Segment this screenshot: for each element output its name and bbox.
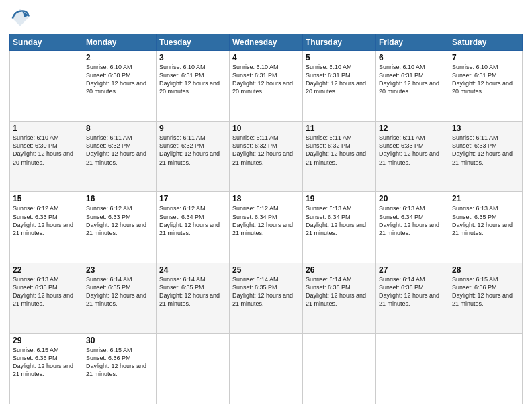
day-number: 20 [379, 194, 446, 203]
day-number: 30 [86, 336, 153, 345]
calendar-week-row: 1Sunrise: 6:10 AMSunset: 6:30 PMDaylight… [10, 122, 523, 192]
day-number: 17 [159, 194, 226, 203]
calendar-cell: 21Sunrise: 6:13 AMSunset: 6:35 PMDayligh… [449, 192, 523, 263]
day-number: 15 [13, 194, 80, 203]
calendar-cell: 15Sunrise: 6:12 AMSunset: 6:33 PMDayligh… [10, 192, 83, 263]
calendar-cell: 9Sunrise: 6:11 AMSunset: 6:32 PMDaylight… [157, 122, 230, 192]
calendar-table: SundayMondayTuesdayWednesdayThursdayFrid… [9, 34, 523, 404]
calendar-cell: 27Sunrise: 6:14 AMSunset: 6:36 PMDayligh… [376, 263, 449, 333]
calendar-cell: 8Sunrise: 6:11 AMSunset: 6:32 PMDaylight… [83, 122, 157, 192]
day-detail: Sunrise: 6:15 AMSunset: 6:36 PMDaylight:… [13, 346, 80, 379]
day-detail: Sunrise: 6:12 AMSunset: 6:33 PMDaylight:… [86, 204, 153, 237]
day-detail: Sunrise: 6:10 AMSunset: 6:30 PMDaylight:… [13, 134, 80, 167]
calendar-cell: 10Sunrise: 6:11 AMSunset: 6:32 PMDayligh… [230, 122, 303, 192]
calendar-cell [230, 333, 303, 404]
calendar-cell [10, 51, 83, 122]
day-number: 5 [306, 53, 373, 62]
day-detail: Sunrise: 6:11 AMSunset: 6:32 PMDaylight:… [232, 134, 300, 167]
day-detail: Sunrise: 6:11 AMSunset: 6:32 PMDaylight:… [86, 134, 153, 167]
calendar-cell: 11Sunrise: 6:11 AMSunset: 6:32 PMDayligh… [303, 122, 376, 192]
day-detail: Sunrise: 6:13 AMSunset: 6:34 PMDaylight:… [379, 204, 446, 237]
day-number: 13 [452, 124, 519, 133]
day-number: 22 [13, 265, 80, 275]
header-day-saturday: Saturday [449, 34, 523, 51]
page: SundayMondayTuesdayWednesdayThursdayFrid… [0, 0, 532, 411]
day-detail: Sunrise: 6:11 AMSunset: 6:32 PMDaylight:… [306, 134, 373, 167]
header [9, 7, 523, 28]
day-number: 1 [13, 124, 80, 133]
day-number: 19 [306, 194, 373, 203]
generalblue-logo-icon [9, 7, 31, 28]
day-number: 23 [86, 265, 153, 275]
calendar-cell [376, 333, 449, 404]
day-number: 26 [306, 265, 373, 275]
day-number: 28 [452, 265, 519, 275]
day-detail: Sunrise: 6:12 AMSunset: 6:33 PMDaylight:… [13, 204, 80, 237]
calendar-cell: 3Sunrise: 6:10 AMSunset: 6:31 PMDaylight… [157, 51, 230, 122]
day-detail: Sunrise: 6:10 AMSunset: 6:31 PMDaylight:… [379, 63, 446, 96]
day-detail: Sunrise: 6:12 AMSunset: 6:34 PMDaylight:… [159, 204, 226, 237]
day-detail: Sunrise: 6:10 AMSunset: 6:31 PMDaylight:… [232, 63, 300, 96]
day-detail: Sunrise: 6:14 AMSunset: 6:35 PMDaylight:… [86, 275, 153, 308]
calendar-cell: 23Sunrise: 6:14 AMSunset: 6:35 PMDayligh… [83, 263, 157, 333]
day-number: 29 [13, 336, 80, 345]
header-day-wednesday: Wednesday [230, 34, 303, 51]
day-number: 11 [306, 124, 373, 133]
day-detail: Sunrise: 6:10 AMSunset: 6:31 PMDaylight:… [159, 63, 226, 96]
day-detail: Sunrise: 6:10 AMSunset: 6:31 PMDaylight:… [452, 63, 519, 96]
calendar-body: 2Sunrise: 6:10 AMSunset: 6:30 PMDaylight… [10, 51, 523, 404]
calendar-cell: 13Sunrise: 6:11 AMSunset: 6:33 PMDayligh… [449, 122, 523, 192]
day-detail: Sunrise: 6:11 AMSunset: 6:33 PMDaylight:… [379, 134, 446, 167]
day-number: 24 [159, 265, 226, 275]
calendar-cell: 24Sunrise: 6:14 AMSunset: 6:35 PMDayligh… [157, 263, 230, 333]
day-number: 2 [86, 53, 153, 62]
day-detail: Sunrise: 6:13 AMSunset: 6:35 PMDaylight:… [452, 204, 519, 237]
logo [9, 7, 34, 28]
calendar-cell [449, 333, 523, 404]
calendar-week-row: 15Sunrise: 6:12 AMSunset: 6:33 PMDayligh… [10, 192, 523, 263]
calendar-cell: 30Sunrise: 6:15 AMSunset: 6:36 PMDayligh… [83, 333, 157, 404]
day-detail: Sunrise: 6:14 AMSunset: 6:35 PMDaylight:… [159, 275, 226, 308]
day-detail: Sunrise: 6:10 AMSunset: 6:31 PMDaylight:… [306, 63, 373, 96]
day-number: 21 [452, 194, 519, 203]
calendar-cell: 17Sunrise: 6:12 AMSunset: 6:34 PMDayligh… [157, 192, 230, 263]
calendar-cell: 28Sunrise: 6:15 AMSunset: 6:36 PMDayligh… [449, 263, 523, 333]
header-day-thursday: Thursday [303, 34, 376, 51]
calendar-cell: 4Sunrise: 6:10 AMSunset: 6:31 PMDaylight… [230, 51, 303, 122]
calendar-cell: 18Sunrise: 6:12 AMSunset: 6:34 PMDayligh… [230, 192, 303, 263]
day-detail: Sunrise: 6:11 AMSunset: 6:32 PMDaylight:… [159, 134, 226, 167]
calendar-cell: 20Sunrise: 6:13 AMSunset: 6:34 PMDayligh… [376, 192, 449, 263]
day-number: 4 [232, 53, 300, 62]
calendar-cell: 19Sunrise: 6:13 AMSunset: 6:34 PMDayligh… [303, 192, 376, 263]
calendar-cell: 6Sunrise: 6:10 AMSunset: 6:31 PMDaylight… [376, 51, 449, 122]
calendar-week-row: 29Sunrise: 6:15 AMSunset: 6:36 PMDayligh… [10, 333, 523, 404]
day-number: 9 [159, 124, 226, 133]
day-number: 18 [232, 194, 300, 203]
calendar-cell: 7Sunrise: 6:10 AMSunset: 6:31 PMDaylight… [449, 51, 523, 122]
day-detail: Sunrise: 6:12 AMSunset: 6:34 PMDaylight:… [232, 204, 300, 237]
day-number: 6 [379, 53, 446, 62]
calendar-cell [157, 333, 230, 404]
day-detail: Sunrise: 6:15 AMSunset: 6:36 PMDaylight:… [86, 346, 153, 379]
calendar-cell: 12Sunrise: 6:11 AMSunset: 6:33 PMDayligh… [376, 122, 449, 192]
day-number: 27 [379, 265, 446, 275]
day-detail: Sunrise: 6:15 AMSunset: 6:36 PMDaylight:… [452, 275, 519, 308]
day-number: 3 [159, 53, 226, 62]
calendar-cell: 2Sunrise: 6:10 AMSunset: 6:30 PMDaylight… [83, 51, 157, 122]
calendar-cell: 1Sunrise: 6:10 AMSunset: 6:30 PMDaylight… [10, 122, 83, 192]
header-day-tuesday: Tuesday [157, 34, 230, 51]
calendar-cell: 16Sunrise: 6:12 AMSunset: 6:33 PMDayligh… [83, 192, 157, 263]
calendar-cell [303, 333, 376, 404]
day-number: 16 [86, 194, 153, 203]
day-detail: Sunrise: 6:10 AMSunset: 6:30 PMDaylight:… [86, 63, 153, 96]
day-number: 8 [86, 124, 153, 133]
day-detail: Sunrise: 6:14 AMSunset: 6:36 PMDaylight:… [379, 275, 446, 308]
day-number: 25 [232, 265, 300, 275]
header-day-sunday: Sunday [10, 34, 83, 51]
day-detail: Sunrise: 6:14 AMSunset: 6:36 PMDaylight:… [306, 275, 373, 308]
header-day-monday: Monday [83, 34, 157, 51]
calendar-header-row: SundayMondayTuesdayWednesdayThursdayFrid… [10, 34, 523, 51]
day-number: 7 [452, 53, 519, 62]
calendar-cell: 26Sunrise: 6:14 AMSunset: 6:36 PMDayligh… [303, 263, 376, 333]
day-detail: Sunrise: 6:13 AMSunset: 6:34 PMDaylight:… [306, 204, 373, 237]
